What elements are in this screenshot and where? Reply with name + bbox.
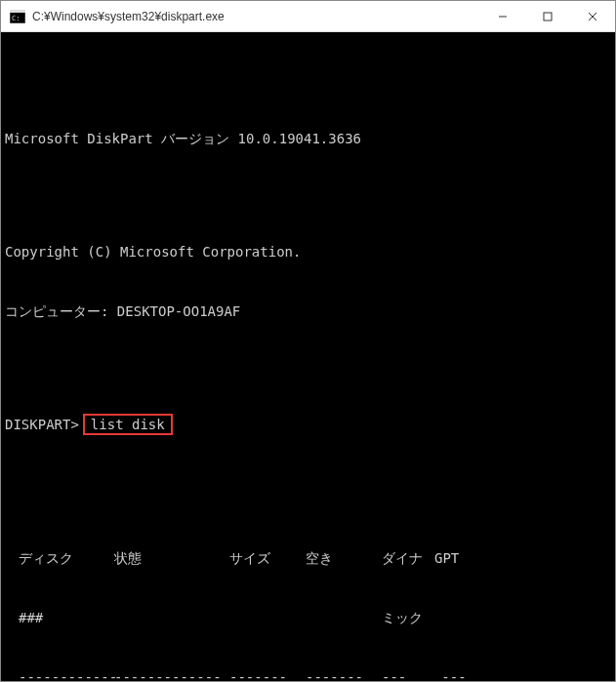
header-dyn-top: ダイナ: [382, 548, 434, 568]
svg-rect-1: [10, 10, 25, 13]
prompt-line: DISKPART>list disk: [5, 414, 611, 435]
svg-rect-4: [544, 13, 552, 20]
header-size: サイズ: [229, 548, 306, 568]
copyright-line: Copyright (C) Microsoft Corporation.: [5, 242, 611, 261]
table-header-row1: ディスク 状態 サイズ 空き ダイナ GPT: [5, 548, 611, 568]
header-disk-hash: ###: [5, 608, 114, 627]
header-dyn-bottom: ミック: [382, 608, 434, 627]
cmd-list-disk: list disk: [83, 414, 173, 435]
cmd-icon: C:: [9, 8, 26, 25]
window-frame: C: C:¥Windows¥system32¥diskpart.exe Micr…: [0, 0, 616, 682]
computer-line: コンピューター: DESKTOP-OO1A9AF: [5, 301, 611, 321]
header-free: 空き: [306, 548, 382, 568]
header-status: 状態: [114, 548, 229, 568]
titlebar: C: C:¥Windows¥system32¥diskpart.exe: [1, 1, 615, 32]
prompt: DISKPART>: [5, 417, 79, 432]
version-line: Microsoft DiskPart バージョン 10.0.19041.3636: [5, 129, 611, 148]
header-disk: ディスク: [5, 548, 114, 568]
close-button[interactable]: [570, 1, 615, 31]
table-divider: ------------ ------------- ------- -----…: [5, 667, 611, 682]
table-header-row2: ### ミック: [5, 608, 611, 627]
header-gpt: GPT: [434, 548, 473, 568]
minimize-button[interactable]: [480, 1, 525, 31]
maximize-button[interactable]: [525, 1, 570, 31]
svg-text:C:: C:: [12, 15, 20, 22]
window-title: C:¥Windows¥system32¥diskpart.exe: [32, 10, 480, 23]
terminal-area[interactable]: Microsoft DiskPart バージョン 10.0.19041.3636…: [1, 32, 615, 681]
